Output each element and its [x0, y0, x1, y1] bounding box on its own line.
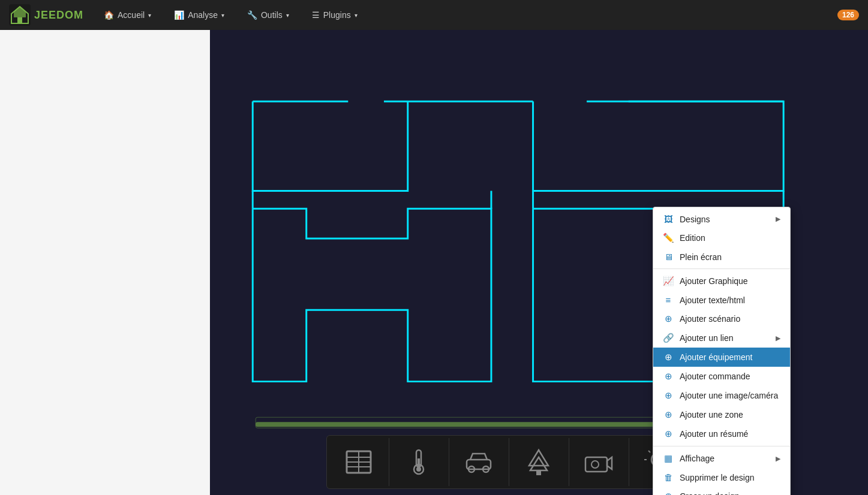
divider-1 [653, 268, 790, 269]
toolbar-temperature[interactable] [389, 438, 449, 486]
menu-ajouter-graphique[interactable]: 📈 Ajouter Graphique [653, 271, 790, 291]
outils-icon: 🔧 [247, 10, 257, 20]
menu-ajouter-texte[interactable]: ≡ Ajouter texte/html [653, 291, 790, 309]
toolbar-camera[interactable] [569, 438, 629, 486]
divider-2 [653, 446, 790, 446]
plein-ecran-icon: 🖥 [663, 252, 674, 262]
nav-outils-label: Outils [261, 10, 283, 20]
ajouter-resume-label: Ajouter un résumé [680, 429, 748, 439]
menu-designs[interactable]: 🖼 Designs ▶ [653, 210, 790, 228]
ajouter-image-icon: ⊕ [663, 390, 674, 401]
home-icon: 🏠 [104, 10, 114, 20]
svg-point-31 [591, 461, 599, 468]
ajouter-graphique-label: Ajouter Graphique [680, 276, 748, 286]
toolbar-car[interactable] [449, 438, 509, 486]
notification-badge[interactable]: 126 [837, 10, 859, 20]
brand-label: JEEDOM [34, 9, 83, 22]
menu-ajouter-image[interactable]: ⊕ Ajouter une image/caméra [653, 386, 790, 405]
ajouter-zone-label: Ajouter une zone [680, 410, 743, 419]
ajouter-resume-icon: ⊕ [663, 428, 674, 439]
designs-arrow: ▶ [776, 215, 780, 223]
plugins-icon: ☰ [312, 10, 320, 20]
outils-caret: ▾ [286, 12, 289, 19]
navbar: JEEDOM 🏠 Accueil ▾ 📊 Analyse ▾ 🔧 Outils … [0, 0, 868, 30]
menu-plein-ecran[interactable]: 🖥 Plein écran [653, 248, 790, 266]
ajouter-texte-icon: ≡ [663, 295, 674, 305]
ajouter-equipement-icon: ⊕ [663, 352, 674, 363]
ajouter-scenario-label: Ajouter scénario [680, 314, 740, 324]
ajouter-zone-icon: ⊕ [663, 409, 674, 420]
svg-rect-23 [467, 460, 491, 469]
sidebar [0, 30, 210, 495]
menu-ajouter-lien[interactable]: 🔗 Ajouter un lien ▶ [653, 328, 790, 348]
plugins-caret: ▾ [355, 12, 358, 19]
nav-analyse[interactable]: 📊 Analyse ▾ [166, 5, 233, 25]
ajouter-lien-arrow: ▶ [776, 334, 780, 342]
menu-creer-design[interactable]: ⊕ Creer un design [653, 487, 790, 495]
brand: JEEDOM [9, 4, 83, 26]
analyse-icon: 📊 [174, 10, 184, 20]
brand-icon [9, 4, 31, 26]
ajouter-equipement-label: Ajouter équipement [680, 352, 752, 362]
menu-ajouter-zone[interactable]: ⊕ Ajouter une zone [653, 405, 790, 424]
affichage-icon: ▦ [663, 453, 674, 464]
canvas-area[interactable]: 🖼 Designs ▶ ✏️ Edition 🖥 Plein écran 📈 A… [210, 30, 868, 495]
analyse-caret: ▾ [221, 12, 224, 19]
menu-affichage[interactable]: ▦ Affichage ▶ [653, 449, 790, 468]
supprimer-design-label: Supprimer le design [680, 473, 755, 482]
context-menu: 🖼 Designs ▶ ✏️ Edition 🖥 Plein écran 📈 A… [653, 207, 791, 495]
ajouter-scenario-icon: ⊕ [663, 313, 674, 324]
svg-point-22 [416, 467, 421, 472]
nav-plugins[interactable]: ☰ Plugins ▾ [304, 5, 366, 25]
menu-ajouter-equipement[interactable]: ⊕ Ajouter équipement [653, 348, 790, 367]
ajouter-lien-icon: 🔗 [663, 333, 674, 343]
menu-supprimer-design[interactable]: 🗑 Supprimer le design [653, 468, 790, 487]
main-area: 🖼 Designs ▶ ✏️ Edition 🖥 Plein écran 📈 A… [0, 30, 868, 495]
affichage-arrow: ▶ [776, 455, 780, 463]
nav-plugins-label: Plugins [323, 10, 351, 20]
menu-ajouter-resume[interactable]: ⊕ Ajouter un résumé [653, 424, 790, 443]
garage-icon [343, 446, 374, 478]
ajouter-texte-label: Ajouter texte/html [680, 295, 745, 305]
menu-ajouter-commande[interactable]: ⊕ Ajouter commande [653, 367, 790, 386]
nav-analyse-label: Analyse [188, 10, 218, 20]
ajouter-lien-label: Ajouter un lien [680, 333, 734, 343]
nav-accueil[interactable]: 🏠 Accueil ▾ [95, 5, 160, 25]
toolbar-tree[interactable] [509, 438, 569, 486]
ajouter-image-label: Ajouter une image/caméra [680, 391, 778, 400]
ajouter-commande-icon: ⊕ [663, 371, 674, 382]
affichage-label: Affichage [680, 454, 714, 463]
camera-icon [583, 446, 614, 478]
svg-line-36 [648, 451, 650, 452]
ajouter-commande-label: Ajouter commande [680, 372, 750, 381]
menu-edition[interactable]: ✏️ Edition [653, 228, 790, 248]
supprimer-design-icon: 🗑 [663, 472, 674, 482]
svg-rect-3 [17, 17, 22, 23]
svg-rect-28 [536, 470, 541, 475]
accueil-caret: ▾ [148, 12, 151, 19]
tree-icon [523, 446, 554, 478]
creer-design-icon: ⊕ [663, 491, 674, 495]
menu-ajouter-scenario[interactable]: ⊕ Ajouter scénario [653, 309, 790, 328]
car-icon [463, 446, 494, 478]
nav-accueil-label: Accueil [118, 10, 145, 20]
thermometer-icon [403, 446, 434, 478]
creer-design-label: Creer un design [680, 491, 740, 495]
svg-rect-29 [585, 457, 607, 472]
edition-label: Edition [680, 233, 705, 243]
designs-icon: 🖼 [663, 214, 674, 224]
edition-icon: ✏️ [663, 233, 674, 243]
designs-label: Designs [680, 215, 710, 224]
ajouter-graphique-icon: 📈 [663, 276, 674, 286]
nav-outils[interactable]: 🔧 Outils ▾ [239, 5, 298, 25]
plein-ecran-label: Plein écran [680, 252, 722, 262]
toolbar-garage[interactable] [329, 438, 389, 486]
